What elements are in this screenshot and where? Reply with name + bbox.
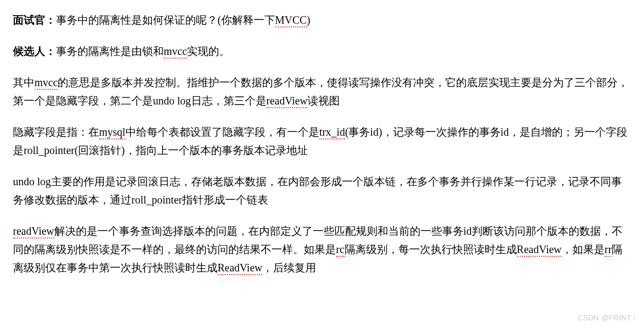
text: ) xyxy=(307,14,311,26)
text: 事务中的隔离性是如何保证的呢？(你解释一下 xyxy=(56,14,275,26)
term-mysql: mysql xyxy=(99,126,125,139)
term-rc: rc xyxy=(336,243,345,257)
candidate-answer-intro: 候选人：事务的隔离性是由锁和mvcc实现的。 xyxy=(13,42,631,60)
undo-log: undo log主要的作用是记录回滚日志，存储老版本数据，在内部会形成一个版本链… xyxy=(13,172,631,209)
text: 中给每个表都设置了隐藏字段，有一个是 xyxy=(125,126,319,138)
watermark: CSDN @PRINT ! xyxy=(578,312,635,325)
text: 其中 xyxy=(13,76,34,88)
text: ，后续复用 xyxy=(262,262,316,274)
term-mvcc: MVCC xyxy=(275,14,307,27)
candidate-label: 候选人： xyxy=(13,45,56,57)
term-rr: rr xyxy=(605,243,612,257)
text: undo log主要的作用是记录回滚日志，存储老版本数据，在内部会形成一个版本链… xyxy=(13,176,622,206)
interviewer-question: 面试官：事务中的隔离性是如何保证的呢？(你解释一下MVCC) xyxy=(13,11,631,29)
interviewer-label: 面试官： xyxy=(13,14,56,26)
text: 实现的。 xyxy=(187,45,230,57)
term-readview: ReadView xyxy=(218,262,262,275)
hidden-fields: 隐藏字段是指：在mysql中给每个表都设置了隐藏字段，有一个是trx_id(事务… xyxy=(13,123,631,159)
term-mvcc: mvcc xyxy=(164,45,187,59)
readview-explanation: readView解决的是一个事务查询选择版本的问题，在内部定义了一些匹配规则和当… xyxy=(13,222,631,277)
term-trx-id: trx_id xyxy=(319,126,345,139)
text: ，如果是 xyxy=(562,243,605,255)
text: 事务的隔离性是由锁和 xyxy=(56,45,164,57)
mvcc-definition: 其中mvcc的意思是多版本并发控制。指维护一个数据的多个版本，使得读写操作没有冲… xyxy=(13,73,631,110)
term-readview: readView xyxy=(13,225,54,239)
text: 隐藏字段是指：在 xyxy=(13,126,99,138)
term-readview: readView xyxy=(267,95,308,108)
term-readview: ReadView xyxy=(517,243,562,257)
term-mvcc: mvcc xyxy=(34,76,58,90)
text: 读视图 xyxy=(307,95,340,107)
text: 隔离级别，每一次执行快照读时生成 xyxy=(345,243,517,255)
